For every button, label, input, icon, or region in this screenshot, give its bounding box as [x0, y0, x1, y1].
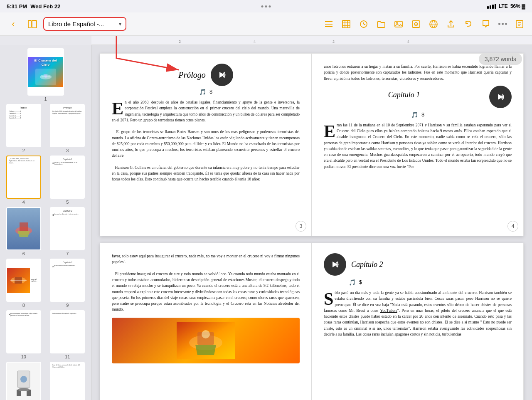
- thumb-row-6-7: 6 Capítulo 2 Sólo pasó un día más y toda…: [2, 207, 89, 256]
- music-note-3-icon: 🎵: [349, 279, 356, 286]
- cover-content: El Crucero del Cielo: [28, 57, 63, 86]
- thumbnail-5[interactable]: Capítulo 1 Eran las 11 de la mañana en e…: [47, 156, 89, 205]
- prologue-header: Prólogo: [112, 64, 300, 86]
- thumbnail-12[interactable]: 12: [2, 362, 45, 400]
- chevron-down-icon: ▾: [119, 21, 121, 27]
- table-button[interactable]: [339, 17, 354, 32]
- main-container: El Crucero del Cielo 1: [0, 45, 532, 400]
- thumbnail-2[interactable]: Índice Prólogo............3 Capítulo 1..…: [2, 104, 45, 153]
- thumbnail-3[interactable]: Prólogo En el año 2060, después de años …: [47, 104, 89, 153]
- sidebar-toggle-button[interactable]: [24, 16, 41, 32]
- thumb-num-3: 3: [66, 148, 69, 153]
- lte-label: LTE: [499, 3, 508, 9]
- date-display: Wed Feb 22: [30, 3, 60, 10]
- share-button[interactable]: [443, 17, 458, 32]
- folder-button[interactable]: [374, 17, 389, 32]
- more-options-button[interactable]: [496, 23, 510, 25]
- chapter2-heading: Capítulo 2: [351, 260, 383, 269]
- word-count-badge: 3,872 words: [479, 53, 522, 65]
- thumb-num-10: 10: [21, 354, 26, 359]
- thumbnail-6[interactable]: 6: [2, 207, 45, 256]
- signal-icon: [487, 4, 496, 9]
- chapter1-body: Eran las 11 de la mañana en el 10 de Sep…: [324, 122, 512, 170]
- page-spread2-right: Capítulo 2 🎵 $ Sólo pasó un día más y to…: [312, 243, 524, 400]
- media-button[interactable]: [409, 17, 424, 32]
- thumbnail-9[interactable]: Capítulo 3 Harrison notó que las activid…: [47, 259, 89, 308]
- svg-marker-30: [17, 231, 30, 237]
- thumbnail-sidebar: El Crucero del Cielo 1: [0, 45, 91, 400]
- music-note-2-icon: 🎵: [411, 111, 418, 118]
- chapter2-icon-row: 🎵 $: [349, 279, 512, 286]
- svg-rect-13: [395, 21, 402, 27]
- thumbnail-8[interactable]: texto del capítulo... 8: [2, 259, 45, 308]
- thumbnail-11[interactable]: texto continua del capítulo siguiente...…: [47, 310, 89, 359]
- document-title-box[interactable]: Libro de Español -... ▾: [43, 17, 126, 31]
- thumb-7-content: Capítulo 2 Sólo pasó un día más y toda l…: [51, 208, 84, 249]
- docview-button[interactable]: [512, 17, 527, 32]
- thumb-row-8-9: texto del capítulo... 8 Capítulo 3 Harri…: [2, 259, 89, 308]
- thumb-row-1: El Crucero del Cielo 1: [2, 48, 89, 101]
- svg-point-17: [416, 23, 417, 25]
- thumbnail-4[interactable]: En el año 2060, los terroristas planeaba…: [2, 156, 45, 205]
- document-area: 3,872 words Prólogo: [91, 45, 532, 400]
- svg-marker-20: [483, 20, 489, 27]
- thumb-num-11: 11: [65, 354, 70, 359]
- page4-top-text: unos ladrones entraron a su hogar y mata…: [324, 64, 512, 81]
- thumb-4-content: En el año 2060, los terroristas planeaba…: [7, 156, 40, 198]
- thumb-9-content: Capítulo 3 Harrison notó que las activid…: [51, 259, 84, 301]
- thumb-num-2: 2: [22, 148, 25, 153]
- page-number-3: 3: [296, 221, 306, 232]
- page-number-4: 4: [507, 221, 518, 232]
- chapter2-header: Capítulo 2: [324, 253, 512, 276]
- svg-rect-29: [20, 222, 28, 231]
- spread2-left-body: favor, solo estoy aquí para inaugurar el…: [112, 253, 300, 313]
- svg-point-35: [20, 376, 27, 383]
- thumb-row-10-11: Harrison empezó a investigar...algo extr…: [2, 310, 89, 359]
- document-title: Libro de Español -...: [48, 20, 116, 27]
- prologue-heading: Prólogo: [178, 70, 206, 80]
- list-button[interactable]: [321, 17, 336, 32]
- clock-button[interactable]: [356, 17, 371, 32]
- chapter1-audio-button[interactable]: [489, 86, 512, 108]
- thumb-10-content: Harrison empezó a investigar...algo extr…: [7, 311, 40, 353]
- thumb-num-1: 1: [44, 96, 47, 101]
- thumbnail-1[interactable]: El Crucero del Cielo 1: [2, 48, 89, 101]
- back-button[interactable]: ‹: [5, 16, 22, 32]
- spread2-image: [112, 318, 300, 363]
- undo-button[interactable]: [461, 17, 476, 32]
- svg-rect-1: [32, 20, 37, 28]
- chapter2-audio-button[interactable]: [324, 253, 346, 276]
- page-4: unos ladrones entraron a su hogar y mata…: [312, 53, 524, 236]
- thumb-row-4-5: En el año 2060, los terroristas planeaba…: [2, 156, 89, 205]
- svg-point-38: [18, 388, 30, 391]
- thumb-num-7: 7: [66, 251, 69, 256]
- prologue-audio-button[interactable]: [211, 64, 233, 86]
- ruler: 2 4 2 4: [91, 36, 532, 45]
- status-indicators: LTE 56% ▓: [487, 3, 525, 9]
- svg-rect-5: [342, 20, 350, 28]
- battery-display: 56% ▓: [510, 3, 525, 9]
- page-spread-2: favor, solo estoy aquí para inaugurar el…: [100, 243, 524, 400]
- thumb-row-2-3: Índice Prólogo............3 Capítulo 1..…: [2, 104, 89, 153]
- thumbnail-10[interactable]: Harrison empezó a investigar...algo extr…: [2, 310, 45, 359]
- music-note-icon: 🎵: [199, 89, 206, 95]
- thumbnail-13[interactable]: final del libro...conclusión de la histo…: [47, 362, 89, 400]
- chapter1-icon-row: 🎵 $: [324, 111, 512, 118]
- toolbar: ‹ Libro de Español -... ▾: [0, 12, 532, 36]
- link-button[interactable]: [426, 17, 441, 32]
- page-spread2-left: favor, solo estoy aquí para inaugurar el…: [100, 243, 312, 400]
- drop-cap-s: S: [324, 292, 333, 306]
- chapter1-heading: Capítulo 1: [324, 91, 484, 99]
- page-3: Prólogo 🎵 $ En el añ: [100, 53, 312, 236]
- thumb-2-content: Índice Prólogo............3 Capítulo 1..…: [7, 105, 40, 146]
- thumbnail-7[interactable]: Capítulo 2 Sólo pasó un día más y toda l…: [47, 207, 89, 256]
- thumb-num-6: 6: [22, 251, 25, 256]
- page-spread-1: Prólogo 🎵 $ En el añ: [100, 53, 524, 236]
- svg-point-45: [202, 330, 210, 338]
- chapter2-body: Sólo pasó un día más y toda la gente ya …: [324, 290, 512, 337]
- svg-rect-0: [28, 20, 31, 28]
- comment-button[interactable]: [478, 17, 493, 32]
- thumb-num-8: 8: [22, 303, 25, 308]
- thumb-num-9: 9: [66, 303, 69, 308]
- image-button[interactable]: [391, 17, 406, 32]
